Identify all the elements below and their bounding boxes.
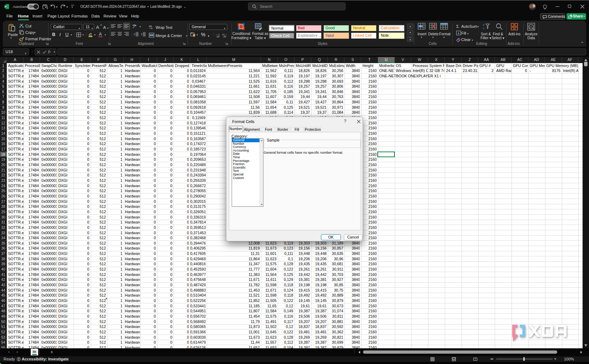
svg-text:A: A xyxy=(103,25,106,30)
svg-text:ab: ab xyxy=(132,24,135,26)
svg-text:A: A xyxy=(96,25,99,30)
svg-text:ab: ab xyxy=(149,25,152,28)
svg-text:A: A xyxy=(483,23,485,26)
svg-text:X: X xyxy=(5,5,7,8)
svg-text:Z: Z xyxy=(483,27,484,30)
